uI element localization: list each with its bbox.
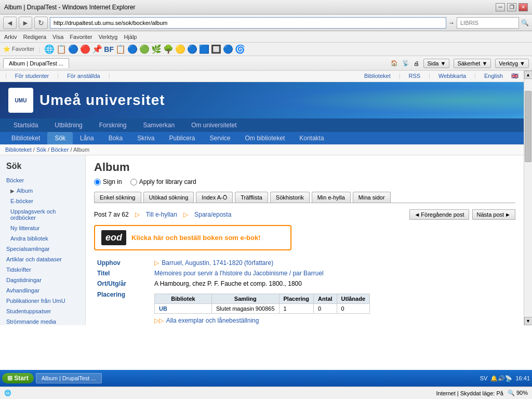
sidebar-item-uppslagsverk[interactable]: Uppslagsverk och ordböcker: [0, 206, 85, 223]
upphov-link[interactable]: Barruel, Augustin, 1741-1820 (författare…: [162, 259, 273, 267]
tab-mina-sidor[interactable]: Mina sidor: [353, 192, 391, 203]
alla-link[interactable]: Alla exemplar och lånebeställning: [166, 317, 259, 324]
subnav-boka[interactable]: Boka: [101, 132, 130, 144]
nav-startsida[interactable]: Startsida: [5, 118, 46, 132]
nav-om-universitetet[interactable]: Om universitetet: [183, 118, 245, 132]
scroll-up-button[interactable]: ▲: [524, 71, 533, 79]
home-icon[interactable]: 🏠: [391, 60, 398, 66]
search-box[interactable]: [457, 17, 519, 29]
forward-button[interactable]: ►: [19, 17, 32, 29]
sidebar-item-ebocker[interactable]: E-böcker: [0, 196, 85, 206]
nav-samverkan[interactable]: Samverkan: [135, 118, 183, 132]
sidebar-item-tidskrifter[interactable]: Tidskrifter: [0, 264, 85, 275]
sidebar-item-dagstidningar[interactable]: Dagstidningar: [0, 275, 85, 285]
menu-redigera[interactable]: Redigera: [23, 34, 46, 40]
scroll-down-button[interactable]: ▼: [524, 317, 533, 325]
back-button[interactable]: ◄: [3, 17, 17, 29]
subnav-lana[interactable]: Låna: [73, 132, 101, 144]
nav-forskning[interactable]: Forskning: [91, 118, 135, 132]
tab-min-ehylla[interactable]: Min e-hylla: [312, 192, 351, 203]
breadcrumb-sok[interactable]: Sök: [36, 147, 46, 153]
close-button[interactable]: ✕: [518, 3, 528, 11]
link-for-employees[interactable]: För anställda: [67, 73, 100, 79]
fav-4[interactable]: 🔴: [80, 44, 90, 54]
restore-button[interactable]: ❐: [507, 3, 516, 11]
fav-10[interactable]: 🌿: [151, 44, 162, 54]
print-icon[interactable]: 🖨: [414, 60, 419, 66]
subnav-om-biblioteket[interactable]: Om biblioteket: [238, 132, 292, 144]
tab-sokhistorik[interactable]: Sökhistorik: [270, 192, 310, 203]
fav-11[interactable]: 🌳: [163, 44, 174, 54]
menu-arkiv[interactable]: Arkiv: [4, 34, 17, 40]
subnav-service[interactable]: Service: [203, 132, 238, 144]
tab-utokad-sokning[interactable]: Utökad sökning: [143, 192, 194, 203]
subnav-biblioteket[interactable]: Biblioteket: [4, 132, 47, 144]
radio-signin[interactable]: Sign in: [94, 178, 122, 185]
sidebar-item-avhandlingar[interactable]: Avhandlingar: [0, 285, 85, 296]
fav-1[interactable]: 🌐: [44, 44, 55, 54]
menu-verktyg[interactable]: Verktyg: [99, 34, 118, 40]
fav-2[interactable]: 📋: [56, 44, 66, 54]
refresh-button[interactable]: ↻: [34, 17, 48, 29]
sidebar-item-ny-litteratur[interactable]: Ny litteratur: [0, 223, 85, 233]
security-button[interactable]: Säkerhet ▼: [454, 59, 491, 68]
sidebar-item-publikationer[interactable]: Publikationer från UmU: [0, 296, 85, 306]
minimize-button[interactable]: ─: [496, 3, 505, 11]
subnav-skriva[interactable]: Skriva: [130, 132, 162, 144]
address-bar[interactable]: [50, 17, 446, 29]
radio-apply[interactable]: Apply for library card: [130, 178, 196, 185]
save-link[interactable]: Spara/eposta: [194, 211, 231, 218]
menu-favoriter[interactable]: Favoriter: [70, 34, 92, 40]
link-webbkarta[interactable]: Webbkarta: [438, 73, 466, 79]
subnav-sok[interactable]: Sök: [47, 132, 73, 144]
tab-trafflista[interactable]: Träfflista: [235, 192, 268, 203]
fav-6[interactable]: BF: [104, 45, 114, 54]
nav-utbildning[interactable]: Utbildning: [46, 118, 90, 132]
fav-16[interactable]: 🔵: [223, 44, 233, 54]
link-english[interactable]: English: [484, 73, 503, 79]
radio-apply-input[interactable]: [130, 179, 137, 185]
breadcrumb-bocker[interactable]: Böcker: [51, 147, 69, 153]
sidebar-item-andra-bibliotek[interactable]: Andra bibliotek: [0, 233, 85, 244]
menu-hjälp[interactable]: Hjälp: [124, 34, 137, 40]
next-post-button[interactable]: Nästa post ►: [472, 209, 515, 220]
fav-14[interactable]: 🟦: [199, 44, 209, 54]
fav-13[interactable]: 🔵: [187, 44, 197, 54]
active-tab[interactable]: Album | DrupalTest ...: [3, 58, 69, 68]
sidebar-item-bocker[interactable]: Böcker: [0, 175, 85, 185]
subnav-kontakta[interactable]: Kontakta: [292, 132, 331, 144]
sidebar-item-studentuppsatser[interactable]: Studentuppsatser: [0, 306, 85, 316]
fav-3[interactable]: 🔵: [68, 44, 78, 54]
radio-signin-input[interactable]: [94, 179, 101, 185]
titel-link[interactable]: Mémoires pour servir à l'histoire du Jac…: [154, 270, 324, 277]
fav-5[interactable]: 📌: [92, 44, 102, 54]
link-biblioteket[interactable]: Biblioteket: [364, 73, 391, 79]
go-button[interactable]: →: [448, 19, 455, 26]
tools-button[interactable]: Verktyg ▼: [495, 59, 529, 68]
tab-index[interactable]: Index A-Ö: [196, 192, 233, 203]
prev-post-button[interactable]: ◄ Föregående post: [409, 209, 469, 220]
rss-icon[interactable]: 📡: [402, 60, 409, 66]
breadcrumb-biblioteket[interactable]: Biblioteket: [5, 147, 32, 153]
fav-7[interactable]: 📋: [115, 44, 126, 54]
link-for-students[interactable]: För studenter: [15, 73, 49, 79]
fav-17[interactable]: 🌀: [235, 44, 245, 54]
subnav-publicera[interactable]: Publicera: [162, 132, 202, 144]
fav-12[interactable]: 🟡: [175, 44, 185, 54]
scrollbar-thumb[interactable]: [525, 91, 531, 162]
eod-banner[interactable]: eod Klicka här och beställ boken som e-b…: [94, 225, 291, 250]
sidebar-item-strommande[interactable]: Strömmande media: [0, 316, 85, 325]
fav-9[interactable]: 🟢: [139, 44, 150, 54]
tab-enkel-sokning[interactable]: Enkel sökning: [94, 192, 141, 203]
scrollbar[interactable]: ▲ ▼: [524, 71, 532, 325]
menu-visa[interactable]: Visa: [52, 34, 63, 40]
to-shelf-link[interactable]: Till e-hyllan: [146, 211, 177, 218]
search-icon[interactable]: 🔍: [521, 19, 529, 26]
fav-8[interactable]: 🔵: [127, 44, 138, 54]
fav-15[interactable]: 🔲: [211, 44, 221, 54]
sidebar-item-album[interactable]: ▶ Album: [0, 185, 85, 196]
scrollbar-track[interactable]: [524, 79, 532, 317]
sidebar-item-artiklar[interactable]: Artiklar och databaser: [0, 254, 85, 264]
page-button[interactable]: Sida ▼: [423, 59, 449, 68]
sidebar-item-specialsamlingar[interactable]: Specialsamlingar: [0, 244, 85, 254]
